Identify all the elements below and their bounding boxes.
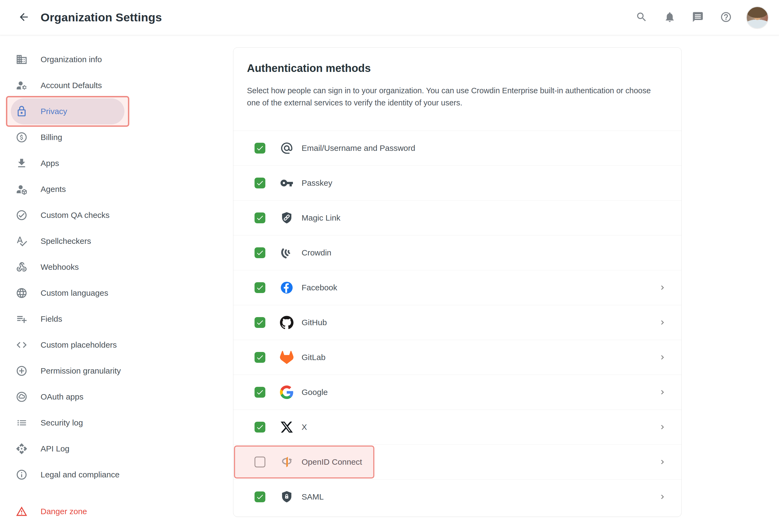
- sidebar: Organization info Account Defaults Priva…: [0, 35, 233, 524]
- topbar: Organization Settings: [0, 0, 779, 35]
- spellcheck-icon: [16, 235, 27, 247]
- sidebar-item-danger-zone[interactable]: Danger zone: [11, 498, 124, 524]
- sidebar-item-spellcheckers[interactable]: Spellcheckers: [11, 228, 124, 254]
- method-checkbox[interactable]: [254, 387, 265, 398]
- info-icon: [16, 469, 27, 481]
- chat-icon: [692, 11, 704, 24]
- method-checkbox[interactable]: [254, 247, 265, 258]
- sidebar-item-webhooks[interactable]: Webhooks: [11, 254, 124, 280]
- sidebar-item-billing[interactable]: Billing: [11, 124, 124, 150]
- method-checkbox[interactable]: [254, 352, 265, 363]
- auth-method-row-github[interactable]: GitHub: [233, 305, 681, 340]
- auth-method-row-openid-connect[interactable]: OpenID Connect: [233, 445, 681, 479]
- sidebar-item-oauth-apps[interactable]: OAuth apps: [11, 384, 124, 410]
- card-description: Select how people can sign in to your or…: [247, 85, 665, 109]
- chevron-right-icon[interactable]: [658, 388, 667, 397]
- plus-circle-icon: [16, 365, 27, 377]
- authentication-methods-card: Authentication methods Select how people…: [233, 47, 682, 517]
- method-checkbox[interactable]: [254, 457, 265, 467]
- page-title: Organization Settings: [41, 11, 162, 24]
- check-circle-icon: [16, 209, 27, 221]
- auth-method-row-facebook[interactable]: Facebook: [233, 270, 681, 305]
- help-icon: [720, 11, 732, 24]
- user-avatar[interactable]: [746, 6, 769, 29]
- code-icon: [16, 339, 27, 351]
- help-button[interactable]: [718, 9, 734, 26]
- chevron-right-icon[interactable]: [658, 458, 667, 466]
- auth-method-row-email-username-and-password[interactable]: Email/Username and Password: [233, 131, 681, 165]
- sidebar-item-custom-qa-checks[interactable]: Custom QA checks: [11, 202, 124, 228]
- crowdin-icon: [280, 246, 294, 260]
- method-checkbox[interactable]: [254, 212, 265, 223]
- sidebar-item-agents[interactable]: Agents: [11, 176, 124, 202]
- sidebar-item-account-defaults[interactable]: Account Defaults: [11, 72, 124, 98]
- globe-icon: [16, 287, 27, 299]
- list-add-icon: [16, 313, 27, 325]
- chevron-right-icon[interactable]: [658, 423, 667, 431]
- magic-link-shield-icon: [280, 211, 294, 225]
- notifications-bell-icon: [664, 11, 676, 24]
- method-checkbox[interactable]: [254, 282, 265, 293]
- api-icon: [16, 443, 27, 455]
- auth-method-row-saml[interactable]: SAML: [233, 479, 681, 514]
- google-icon: [280, 385, 294, 400]
- chevron-right-icon[interactable]: [658, 318, 667, 327]
- openid-icon: [280, 455, 294, 469]
- download-icon: [16, 157, 27, 169]
- search-button[interactable]: [634, 9, 650, 26]
- chevron-right-icon[interactable]: [658, 353, 667, 362]
- auth-method-row-x[interactable]: X: [233, 409, 681, 445]
- auth-method-row-google[interactable]: Google: [233, 375, 681, 409]
- sidebar-item-custom-placeholders[interactable]: Custom placeholders: [11, 332, 124, 358]
- sidebar-item-privacy[interactable]: Privacy: [11, 98, 124, 124]
- cloud-circle-icon: [16, 391, 27, 403]
- facebook-icon: [280, 280, 294, 295]
- auth-method-row-gitlab[interactable]: GitLab: [233, 340, 681, 375]
- method-checkbox[interactable]: [254, 317, 265, 328]
- card-title: Authentication methods: [247, 62, 665, 74]
- auth-method-row-passkey[interactable]: Passkey: [233, 165, 681, 200]
- sidebar-item-organization-info[interactable]: Organization info: [11, 47, 124, 72]
- webhook-icon: [16, 261, 27, 273]
- main-content: Authentication methods Select how people…: [233, 35, 779, 524]
- sidebar-item-custom-languages[interactable]: Custom languages: [11, 280, 124, 306]
- sidebar-item-fields[interactable]: Fields: [11, 306, 124, 332]
- sidebar-item-permission-granularity[interactable]: Permission granularity: [11, 358, 124, 384]
- saml-shield-icon: [280, 489, 294, 504]
- gitlab-icon: [280, 350, 294, 365]
- auth-method-row-crowdin[interactable]: Crowdin: [233, 235, 681, 270]
- method-checkbox[interactable]: [254, 422, 265, 433]
- sidebar-item-security-log[interactable]: Security log: [11, 410, 124, 436]
- passkey-key-icon: [280, 176, 294, 190]
- list-icon: [16, 417, 27, 429]
- warning-icon: [16, 506, 27, 517]
- method-checkbox[interactable]: [254, 491, 265, 502]
- chevron-right-icon[interactable]: [658, 492, 667, 501]
- messages-button[interactable]: [690, 9, 706, 26]
- agent-cube-icon: [16, 183, 27, 195]
- github-icon: [280, 315, 294, 330]
- notifications-button[interactable]: [662, 9, 678, 26]
- sidebar-item-legal-and-compliance[interactable]: Legal and compliance: [11, 462, 124, 488]
- dollar-circle-icon: [16, 131, 27, 143]
- method-checkbox[interactable]: [254, 143, 265, 153]
- account-gear-icon: [16, 79, 27, 91]
- sidebar-item-apps[interactable]: Apps: [11, 150, 124, 176]
- method-checkbox[interactable]: [254, 178, 265, 188]
- search-icon: [636, 11, 648, 24]
- auth-method-list: Email/Username and Password Passkey: [233, 131, 681, 514]
- sidebar-item-api-log[interactable]: API Log: [11, 436, 124, 462]
- x-icon: [280, 420, 294, 435]
- building-icon: [16, 54, 27, 65]
- back-button[interactable]: [16, 9, 32, 26]
- arrow-back-icon: [18, 11, 30, 24]
- auth-method-row-magic-link[interactable]: Magic Link: [233, 200, 681, 235]
- chevron-right-icon[interactable]: [658, 283, 667, 292]
- email-at-icon: [280, 141, 294, 155]
- lock-icon: [16, 106, 27, 117]
